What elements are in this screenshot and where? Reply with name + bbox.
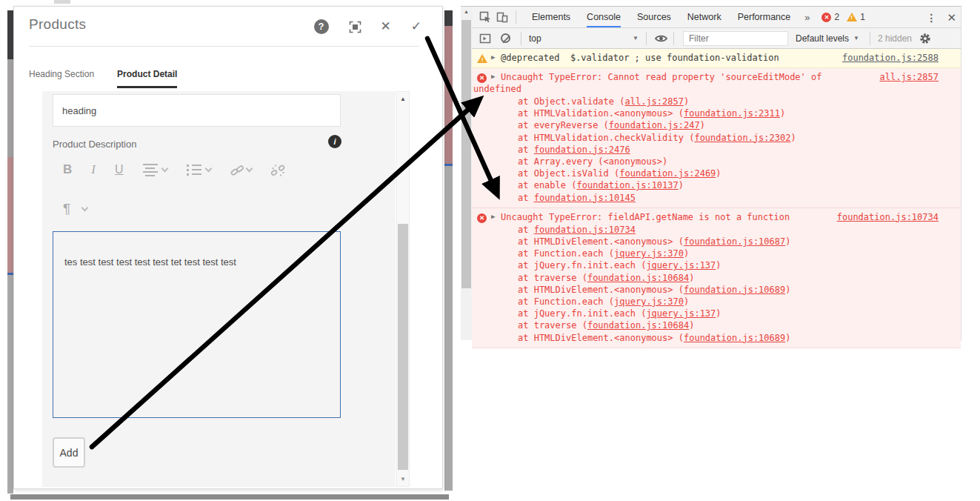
description-label: Product Description: [53, 139, 136, 150]
help-icon[interactable]: ?: [314, 19, 329, 34]
context-value: top: [529, 33, 541, 44]
confirm-icon[interactable]: ✓: [411, 20, 421, 33]
devtools-scrollbar[interactable]: ▲: [461, 7, 472, 340]
align-dropdown[interactable]: [143, 164, 167, 176]
source-link[interactable]: foundation.js:10734: [837, 212, 939, 222]
stack-source-link[interactable]: foundation.js:2476: [534, 145, 630, 155]
stack-source-link[interactable]: jquery.js:137: [646, 308, 716, 319]
stack-frame-text: at jQuery.fn.init.each (: [518, 260, 646, 271]
italic-icon[interactable]: I: [91, 162, 96, 177]
more-tabs-icon[interactable]: »: [804, 12, 810, 23]
clear-console-icon[interactable]: [501, 33, 510, 43]
stack-frame-text: at Function.each (: [518, 296, 614, 307]
stack-frame-text: ): [790, 133, 796, 143]
source-link[interactable]: all.js:2857: [880, 72, 939, 82]
stack-source-link[interactable]: foundation.js:2302: [694, 133, 790, 143]
link-dropdown[interactable]: [230, 164, 252, 176]
dialog-scrollbar[interactable]: ▲ ▼: [396, 91, 410, 487]
list-dropdown[interactable]: [187, 165, 211, 176]
fullscreen-icon[interactable]: [349, 21, 361, 33]
stack-frame: at Object.isValid (foundation.js:2469): [518, 167, 850, 179]
console-message-row: ✕▶Uncaught TypeError: fieldAPI.getName i…: [472, 208, 961, 348]
heading-input[interactable]: [53, 94, 341, 127]
stack-frame-text: ): [689, 273, 694, 283]
stack-source-link[interactable]: foundation.js:10684: [587, 273, 689, 283]
scroll-up-icon[interactable]: ▲: [461, 9, 472, 14]
separator: [673, 32, 674, 45]
stack-frame: at HTMLDivElement.<anonymous> (foundatio…: [518, 332, 850, 344]
devtools-menu-icon[interactable]: ⋮: [926, 12, 936, 24]
tab-network[interactable]: Network: [687, 7, 721, 27]
stack-source-link[interactable]: foundation.js:10684: [587, 320, 689, 331]
close-icon[interactable]: ✕: [381, 20, 391, 33]
chevron-down-icon: ▼: [853, 35, 859, 42]
unlink-icon[interactable]: [271, 164, 283, 176]
live-expression-eye-icon[interactable]: [654, 33, 666, 44]
stack-frame: at Array.every (<anonymous>): [518, 156, 850, 167]
description-text: tes test test test test test tet test te…: [64, 256, 236, 268]
stack-source-link[interactable]: foundation.js:10734: [534, 225, 636, 235]
expand-triangle-icon[interactable]: ▶: [491, 53, 495, 61]
dialog-tabs: Heading Section Product Detail: [29, 69, 177, 88]
stack-frame-text: at HTMLDivElement.<anonymous> (: [518, 333, 684, 343]
stack-frame-text: at HTMLDivElement.<anonymous> (: [518, 236, 684, 247]
device-toolbar-icon[interactable]: [496, 11, 508, 23]
info-icon[interactable]: i: [328, 135, 341, 148]
expand-triangle-icon[interactable]: ▶: [491, 213, 495, 220]
tab-performance[interactable]: Performance: [738, 7, 791, 27]
expand-triangle-icon[interactable]: ▶: [491, 73, 495, 80]
tab-elements[interactable]: Elements: [532, 7, 570, 27]
bold-icon[interactable]: B: [63, 162, 72, 177]
context-selector[interactable]: top ▼: [529, 33, 639, 44]
stack-frame: at traverse (foundation.js:10684): [518, 319, 850, 331]
stack-frame-text: at everyReverse (: [518, 120, 609, 130]
stack-source-link[interactable]: foundation.js:10689: [684, 333, 785, 343]
tab-heading-section[interactable]: Heading Section: [29, 69, 94, 88]
log-levels-dropdown[interactable]: Default levels ▼: [796, 33, 859, 44]
stack-frame: at everyReverse (foundation.js:247): [518, 119, 850, 131]
scroll-up-icon[interactable]: ▲: [397, 96, 409, 102]
stack-source-link[interactable]: jquery.js:370: [614, 296, 684, 307]
scroll-down-icon[interactable]: ▼: [397, 476, 409, 482]
log-levels-label: Default levels: [796, 33, 849, 44]
warning-badge-icon[interactable]: !: [847, 13, 857, 21]
stack-source-link[interactable]: jquery.js:137: [646, 260, 716, 271]
stack-frame-text: at HTMLValidation.<anonymous> (: [518, 108, 684, 119]
separator: [521, 32, 521, 45]
stack-source-link[interactable]: foundation.js:10145: [534, 193, 636, 203]
stack-frame: at Object.validate (all.js:2857): [518, 96, 850, 107]
error-badge-icon[interactable]: ✕: [821, 13, 831, 22]
devtools-close-icon[interactable]: ✕: [947, 11, 956, 24]
stack-frame-text: ): [684, 248, 689, 259]
inspect-icon[interactable]: [479, 11, 491, 23]
tab-product-detail[interactable]: Product Detail: [117, 69, 177, 88]
stack-source-link[interactable]: foundation.js:247: [609, 120, 700, 130]
stack-source-link[interactable]: foundation.js:10137: [576, 180, 678, 190]
stack-frame-text: ): [716, 168, 721, 179]
stack-frame: at foundation.js:10734: [518, 224, 850, 236]
stack-frame-text: ): [785, 333, 790, 343]
error-icon: ✕: [477, 73, 487, 83]
stack-source-link[interactable]: foundation.js:10689: [684, 285, 785, 295]
paragraph-style-dropdown[interactable]: ¶: [63, 201, 87, 217]
stack-source-link[interactable]: foundation.js:10687: [684, 236, 785, 247]
stack-source-link[interactable]: all.js:2857: [625, 96, 684, 107]
source-link[interactable]: foundation.js:2588: [842, 53, 939, 63]
error-count: 2: [834, 12, 839, 22]
stack-source-link[interactable]: foundation.js:2469: [619, 168, 716, 179]
stack-source-link[interactable]: foundation.js:2311: [684, 108, 780, 119]
description-editor[interactable]: tes test test test test test tet test te…: [53, 231, 341, 418]
stack-frame-text: at jQuery.fn.init.each (: [518, 308, 646, 319]
scrollbar-thumb[interactable]: [398, 224, 408, 470]
tab-sources[interactable]: Sources: [637, 7, 671, 27]
filter-input[interactable]: [683, 31, 788, 46]
underline-icon[interactable]: U: [115, 163, 124, 176]
console-drawer-icon[interactable]: [479, 33, 491, 44]
tab-console[interactable]: Console: [587, 7, 621, 27]
console-settings-icon[interactable]: [919, 33, 931, 44]
add-button[interactable]: Add: [53, 437, 85, 468]
stack-source-link[interactable]: jquery.js:370: [614, 248, 684, 259]
hidden-messages-label: 2 hidden: [878, 33, 912, 44]
scrollbar-thumb[interactable]: [461, 20, 471, 288]
stack-frame-text: ): [780, 108, 785, 119]
